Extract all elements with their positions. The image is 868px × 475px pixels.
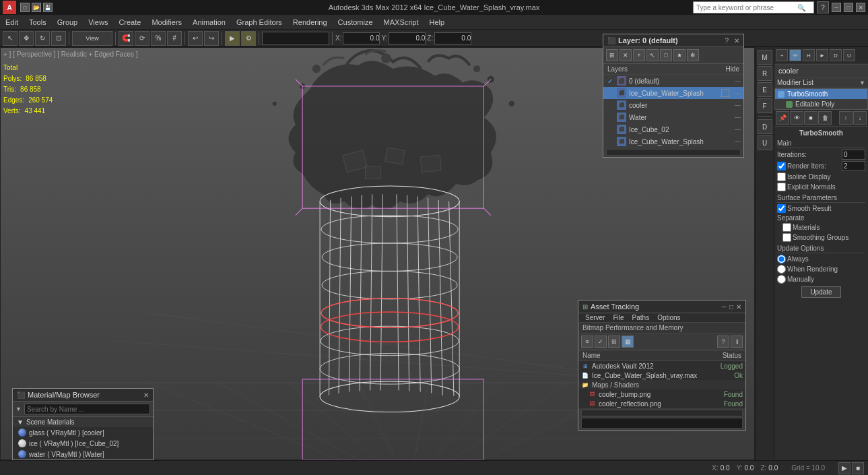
rp-hierarchy-icon[interactable]: H bbox=[803, 49, 815, 61]
asset-menu-server[interactable]: Server bbox=[581, 313, 609, 322]
modifier-editable-poly[interactable]: Editable Poly bbox=[775, 99, 867, 109]
layer-row-4[interactable]: ⬛ Ice_Cube_02 — bbox=[603, 123, 743, 135]
anim-stop-button[interactable]: ■ bbox=[852, 462, 864, 474]
help-icon[interactable]: ? bbox=[817, 1, 829, 13]
asset-row-reflection[interactable]: 🖼 cooler_reflection.png Found bbox=[578, 399, 745, 408]
layer-delete-icon[interactable]: ✕ bbox=[620, 49, 632, 61]
strip-render-icon[interactable]: R bbox=[758, 66, 772, 81]
mat-close-icon[interactable]: ✕ bbox=[143, 391, 149, 399]
asset-help-icon[interactable]: ? bbox=[717, 336, 729, 348]
tool-select[interactable]: ↖ bbox=[3, 31, 18, 46]
mod-show-icon[interactable]: 👁 bbox=[790, 111, 803, 125]
tool-named-selection[interactable] bbox=[262, 32, 329, 45]
asset-menu-options[interactable]: Options bbox=[653, 313, 684, 322]
tool-undo[interactable]: ↩ bbox=[188, 31, 203, 46]
menu-maxscript[interactable]: MAXScript bbox=[378, 15, 424, 29]
strip-env-icon[interactable]: E bbox=[758, 82, 772, 97]
modifier-list-dropdown-icon[interactable]: ▼ bbox=[859, 80, 865, 86]
rp-motion-icon[interactable]: ► bbox=[816, 49, 828, 61]
mod-up-icon[interactable]: ↑ bbox=[839, 111, 853, 125]
asset-row-maps[interactable]: 📁 Maps / Shaders bbox=[578, 380, 745, 389]
layer-freeze-icon[interactable]: ❄ bbox=[687, 49, 699, 61]
anim-play-button[interactable]: ▶ bbox=[838, 462, 850, 474]
rp-modify-icon[interactable]: ✏ bbox=[789, 49, 801, 61]
layer-row-5[interactable]: ⬛ Ice_Cube_Water_Splash — bbox=[603, 135, 743, 148]
tool-reference[interactable]: View bbox=[72, 31, 112, 46]
asset-minimize-icon[interactable]: ─ bbox=[722, 303, 727, 311]
materials-checkbox[interactable] bbox=[782, 223, 791, 232]
layer-row-3[interactable]: ⬛ Water — bbox=[603, 111, 743, 123]
render-iters-checkbox[interactable] bbox=[777, 162, 786, 170]
layers-close-icon[interactable]: ✕ bbox=[734, 37, 739, 44]
minimize-button[interactable]: ─ bbox=[832, 3, 841, 12]
strip-utilities-icon[interactable]: U bbox=[758, 135, 772, 150]
isoline-checkbox[interactable] bbox=[777, 172, 786, 181]
strip-material-icon[interactable]: M bbox=[758, 50, 772, 65]
tool-angle-snap[interactable]: ⟳ bbox=[135, 31, 149, 46]
mod-down-icon[interactable]: ↓ bbox=[853, 111, 867, 125]
menu-rendering[interactable]: Rendering bbox=[288, 15, 333, 29]
tool-scale[interactable]: ⊡ bbox=[51, 31, 66, 46]
layer-sel-icon[interactable]: ↖ bbox=[646, 49, 659, 61]
viewport-nav[interactable]: + ] [ Perspective ] [ Realistic + Edged … bbox=[3, 51, 138, 58]
layers-help-icon[interactable]: ? bbox=[725, 37, 729, 44]
close-button[interactable]: ✕ bbox=[856, 3, 865, 12]
layer-highlight-icon[interactable]: ★ bbox=[673, 49, 686, 61]
iterations-input[interactable] bbox=[842, 150, 865, 160]
tool-snap[interactable]: 🧲 bbox=[119, 31, 133, 46]
asset-row-vault[interactable]: ⊞ Autodesk Vault 2012 Logged bbox=[578, 361, 745, 371]
asset-menu-paths[interactable]: Paths bbox=[628, 313, 654, 322]
tool-percent-snap[interactable]: % bbox=[151, 31, 166, 46]
layer-new-icon[interactable]: ⊞ bbox=[606, 49, 618, 61]
menu-help[interactable]: Help bbox=[424, 15, 450, 29]
mat-row-water[interactable]: water ( VRayMtl ) [Water] bbox=[13, 449, 153, 460]
maximize-button[interactable]: □ bbox=[844, 3, 853, 12]
rp-display-icon[interactable]: D bbox=[830, 49, 842, 61]
asset-menu-file[interactable]: File bbox=[609, 313, 628, 322]
menu-views[interactable]: Views bbox=[83, 15, 113, 29]
tool-spinner-snap[interactable]: # bbox=[167, 31, 182, 46]
asset-tool-check[interactable]: ✓ bbox=[595, 336, 607, 348]
mod-render-icon[interactable]: ■ bbox=[804, 111, 817, 125]
coord-input-z[interactable]: Z: bbox=[427, 32, 471, 44]
tb-open[interactable]: 📂 bbox=[32, 3, 41, 12]
mat-search-input[interactable] bbox=[24, 404, 150, 414]
render-iters-input[interactable] bbox=[842, 161, 865, 171]
modifier-turbosmooth[interactable]: TurboSmooth bbox=[775, 89, 867, 99]
rp-util-icon[interactable]: U bbox=[843, 49, 855, 61]
asset-maximize-icon[interactable]: □ bbox=[729, 303, 733, 311]
smoothing-checkbox[interactable] bbox=[782, 233, 791, 242]
smooth-result-checkbox[interactable] bbox=[777, 204, 786, 213]
search-input[interactable] bbox=[696, 4, 797, 11]
asset-close-icon[interactable]: ✕ bbox=[736, 303, 741, 311]
asset-tool-table[interactable]: ▦ bbox=[622, 336, 634, 348]
explicit-normals-checkbox[interactable] bbox=[777, 183, 786, 191]
tool-render[interactable]: ▶ bbox=[225, 31, 240, 46]
mat-section-toggle[interactable]: ▼ Scene Materials bbox=[17, 418, 149, 426]
layer-sel-objs-icon[interactable]: □ bbox=[660, 49, 672, 61]
menu-animation[interactable]: Animation bbox=[187, 15, 231, 29]
asset-row-bump[interactable]: 🖼 cooler_bump.png Found bbox=[578, 389, 745, 399]
tb-save[interactable]: 💾 bbox=[43, 3, 53, 12]
asset-row-max[interactable]: 📄 Ice_Cube_Water_Splash_vray.max Ok bbox=[578, 371, 745, 380]
layer-row-1[interactable]: ⬛ Ice_Cube_Water_Splash — bbox=[603, 87, 743, 99]
strip-effects-icon[interactable]: F bbox=[758, 98, 772, 113]
coord-input-x[interactable]: X: bbox=[335, 32, 380, 44]
asset-info-icon[interactable]: ℹ bbox=[731, 336, 743, 348]
tool-render-setup[interactable]: ⚙ bbox=[241, 31, 256, 46]
rp-create-icon[interactable]: + bbox=[776, 49, 788, 61]
menu-customize[interactable]: Customize bbox=[333, 15, 378, 29]
when-rendering-radio[interactable] bbox=[777, 265, 786, 274]
asset-tool-list[interactable]: ≡ bbox=[581, 336, 593, 348]
layer-add-obj-icon[interactable]: + bbox=[633, 49, 645, 61]
manually-radio[interactable] bbox=[777, 275, 786, 284]
asset-tool-grid[interactable]: ⊞ bbox=[608, 336, 620, 348]
coord-input-y[interactable]: Y: bbox=[381, 32, 426, 44]
tb-new[interactable]: □ bbox=[20, 3, 30, 12]
mod-remove-icon[interactable]: 🗑 bbox=[818, 111, 832, 125]
menu-tools[interactable]: Tools bbox=[24, 15, 52, 29]
menu-create[interactable]: Create bbox=[113, 15, 146, 29]
mat-row-ice[interactable]: ice ( VRayMtl ) [Ice_Cube_02] bbox=[13, 438, 153, 449]
tool-redo[interactable]: ↪ bbox=[204, 31, 219, 46]
menu-graph-editors[interactable]: Graph Editors bbox=[231, 15, 288, 29]
